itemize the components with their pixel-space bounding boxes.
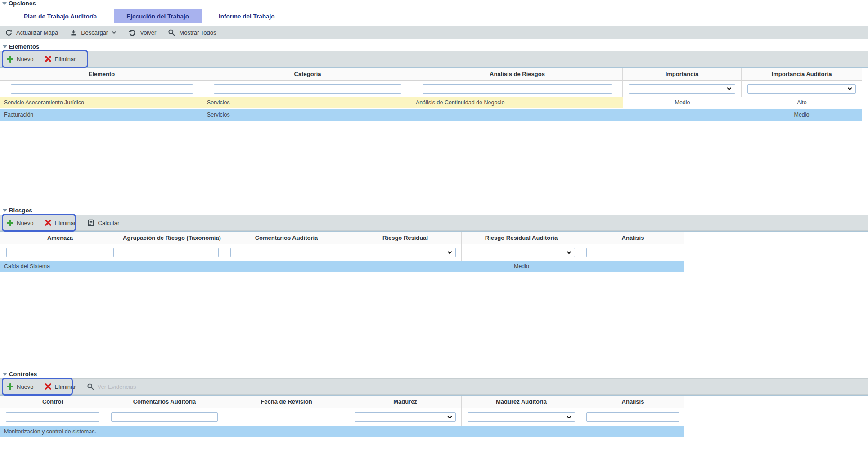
collapse-triangle-icon[interactable]: [3, 373, 7, 376]
elementos-fieldset-border: [0, 49, 868, 49]
analisis-filter-input[interactable]: [586, 248, 679, 257]
comentarios-auditoria-filter-input[interactable]: [111, 412, 218, 422]
undo-arrow-icon: [128, 28, 136, 36]
chevron-down-icon: [567, 414, 571, 418]
elementos-eliminar-button[interactable]: Eliminar: [45, 55, 76, 63]
riesgos-toolbar: Nuevo Eliminar Calcular: [0, 215, 868, 231]
riesgo-residual-filter-select[interactable]: [355, 248, 455, 257]
riesgos-nuevo-button[interactable]: Nuevo: [7, 220, 34, 226]
column-header-madurez[interactable]: Madurez: [349, 396, 462, 408]
table-row-selected[interactable]: Facturación Servicios Medio: [0, 109, 862, 121]
chevron-down-icon: [447, 414, 452, 418]
amenaza-filter-input[interactable]: [6, 248, 114, 257]
collapse-triangle-icon[interactable]: [3, 209, 7, 212]
chevron-down-icon: [447, 250, 452, 254]
importancia-filter-select[interactable]: [629, 84, 735, 94]
controles-empty-area: [0, 438, 868, 454]
column-header-comentarios-auditoria[interactable]: Comentarios Auditoría: [224, 232, 349, 244]
eliminar-label: Eliminar: [55, 56, 76, 63]
tab-informe-del-trabajo[interactable]: Informe del Trabajo: [206, 9, 288, 23]
comentarios-auditoria-filter-input[interactable]: [230, 248, 342, 257]
chevron-down-icon: [112, 30, 117, 35]
control-filter-input[interactable]: [6, 412, 100, 422]
madurez-auditoria-filter-select[interactable]: [468, 412, 575, 422]
download-icon: [70, 29, 77, 36]
red-x-icon: [45, 383, 52, 390]
column-header-control[interactable]: Control: [0, 396, 105, 408]
tab-plan-de-trabajo-auditoria[interactable]: Plan de Trabajo Auditoría: [11, 9, 109, 23]
riesgos-fieldset-legend: Riesgos: [0, 207, 868, 214]
column-header-riesgo-residual[interactable]: Riesgo Residual: [349, 232, 462, 244]
madurez-filter-select[interactable]: [355, 412, 455, 422]
column-header-importancia-auditoria[interactable]: Importancia Auditoría: [742, 68, 862, 81]
cell-importancia: Medio: [623, 97, 742, 108]
column-header-importancia[interactable]: Importancia: [623, 68, 742, 81]
ver-evidencias-button[interactable]: Ver Evidencias: [87, 383, 136, 391]
collapse-triangle-icon[interactable]: [3, 45, 7, 48]
controles-header-row: Control Comentarios Auditoría Fecha de R…: [0, 396, 684, 408]
column-header-analisis[interactable]: Análisis: [581, 232, 684, 244]
cell-control: Monitorización y control de sistemas.: [0, 426, 225, 437]
riesgos-eliminar-button[interactable]: Eliminar: [45, 219, 76, 226]
controles-filter-row: [0, 408, 684, 426]
main-toolbar: Actualizar Mapa Descargar Volver: [0, 26, 868, 39]
volver-button[interactable]: Volver: [128, 28, 156, 36]
plus-icon: [7, 383, 13, 390]
plus-icon: [7, 220, 13, 226]
column-header-analisis[interactable]: Análisis: [581, 396, 684, 408]
elementos-nuevo-button[interactable]: Nuevo: [7, 56, 34, 63]
table-row[interactable]: Servicio Asesoramiento Jurídico Servicio…: [0, 97, 862, 109]
descargar-button[interactable]: Descargar: [70, 29, 117, 36]
red-x-icon: [45, 219, 52, 226]
cell-amenaza: Caída del Sistema: [0, 261, 120, 272]
column-header-elemento[interactable]: Elemento: [0, 68, 203, 81]
chevron-down-icon: [847, 86, 852, 90]
column-header-fecha-de-revision[interactable]: Fecha de Revisión: [224, 396, 349, 408]
riesgo-residual-auditoria-filter-select[interactable]: [468, 248, 575, 257]
opciones-fieldset-border: [0, 6, 868, 6]
column-header-riesgo-residual-auditoria[interactable]: Riesgo Residual Auditoría: [462, 232, 581, 244]
table-row-selected[interactable]: Caída del Sistema Medio: [0, 261, 684, 273]
refresh-icon: [5, 29, 13, 36]
nuevo-label: Nuevo: [17, 56, 34, 63]
column-header-categoria[interactable]: Categoría: [203, 68, 412, 81]
column-header-madurez-auditoria[interactable]: Madurez Auditoría: [462, 396, 581, 408]
riesgos-filter-row: [0, 244, 684, 261]
collapse-triangle-icon[interactable]: [2, 2, 7, 5]
mostrar-todos-label: Mostrar Todos: [179, 29, 216, 36]
elementos-toolbar: Nuevo Eliminar: [0, 51, 868, 67]
mostrar-todos-button[interactable]: Mostrar Todos: [168, 29, 216, 36]
controles-eliminar-button[interactable]: Eliminar: [45, 383, 76, 390]
column-header-agrupacion[interactable]: Agrupación de Riesgo (Taxonomía): [120, 232, 224, 244]
importancia-auditoria-filter-select[interactable]: [747, 84, 855, 94]
analisis-filter-input[interactable]: [586, 412, 679, 422]
tab-ejecucion-del-trabajo[interactable]: Ejecución del Trabajo: [114, 9, 202, 23]
calcular-button[interactable]: Calcular: [87, 219, 120, 227]
column-header-comentarios-auditoria[interactable]: Comentarios Auditoría: [105, 396, 224, 408]
search-icon: [168, 29, 175, 36]
controles-label: Controles: [9, 371, 37, 378]
elementos-label: Elementos: [9, 43, 40, 50]
analisis-riesgos-filter-input[interactable]: [423, 84, 612, 94]
riesgos-empty-area: [0, 273, 868, 369]
actualizar-mapa-button[interactable]: Actualizar Mapa: [5, 29, 58, 36]
riesgos-header-row: Amenaza Agrupación de Riesgo (Taxonomía)…: [0, 232, 684, 244]
riesgos-fieldset-border: [0, 213, 868, 213]
column-header-amenaza[interactable]: Amenaza: [0, 232, 120, 244]
cell-categoria: Servicios: [203, 109, 412, 121]
ver-evidencias-label: Ver Evidencias: [98, 383, 136, 390]
volver-label: Volver: [140, 29, 156, 36]
opciones-fieldset-legend: Opciones: [0, 0, 868, 7]
controles-table: Control Comentarios Auditoría Fecha de R…: [0, 395, 868, 454]
eliminar-label: Eliminar: [55, 220, 76, 226]
agrupacion-filter-input[interactable]: [126, 248, 219, 257]
chevron-down-icon: [727, 86, 731, 90]
controles-fieldset-legend: Controles: [0, 371, 868, 378]
categoria-filter-input[interactable]: [214, 84, 401, 94]
cell-riesgo-residual-auditoria: Medio: [462, 261, 581, 272]
nuevo-label: Nuevo: [17, 220, 34, 226]
column-header-analisis-de-riesgos[interactable]: Análisis de Riesgos: [412, 68, 623, 81]
elemento-filter-input[interactable]: [11, 84, 193, 94]
table-row-selected[interactable]: Monitorización y control de sistemas.: [0, 426, 684, 438]
controles-nuevo-button[interactable]: Nuevo: [7, 383, 34, 390]
